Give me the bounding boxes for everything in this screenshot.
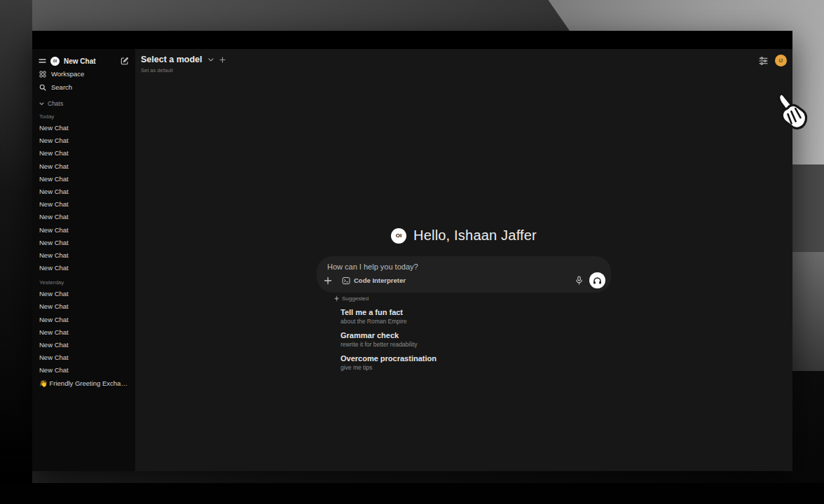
sidebar-chat-item[interactable]: New Chat [32, 211, 135, 223]
code-interpreter-toggle[interactable]: Code Interpreter [342, 276, 406, 285]
sidebar-chat-item[interactable]: New Chat [32, 351, 135, 364]
sidebar-chat-item[interactable]: New Chat [32, 134, 135, 147]
search-icon [39, 84, 46, 91]
sparkle-icon [334, 295, 339, 302]
set-as-default-button[interactable]: Set as default [141, 67, 173, 74]
sidebar-item-search[interactable]: Search [32, 80, 135, 94]
greeting: OI Hello, Ishaan Jaffer [135, 227, 792, 244]
controls-sliders-icon[interactable] [759, 57, 768, 65]
prompt-subtitle: give me tips [341, 364, 611, 371]
prompt-title: Tell me a fun fact [341, 308, 611, 316]
message-input[interactable]: How can I help you today? [327, 262, 600, 271]
sidebar-header-title: New Chat [64, 57, 116, 65]
sidebar-chat-item[interactable]: New Chat [32, 249, 135, 262]
model-selector-label: Select a model [141, 55, 202, 64]
sidebar-chat-item[interactable]: New Chat [32, 173, 135, 186]
suggested-prompt[interactable]: Grammar check rewrite it for better read… [341, 331, 611, 348]
sidebar-item-workspace[interactable]: Workspace [32, 67, 135, 80]
chats-section-toggle[interactable]: Chats [32, 99, 135, 108]
prompt-subtitle: about the Roman Empire [341, 318, 611, 325]
sidebar-chat-item[interactable]: New Chat [32, 224, 135, 237]
chats-section-label: Chats [48, 100, 63, 107]
add-model-icon[interactable] [219, 57, 226, 63]
sidebar-chat-item[interactable]: New Chat [32, 262, 135, 274]
sidebar-item-label: Search [51, 83, 72, 91]
chevron-down-icon [39, 102, 44, 106]
sidebar-chat-item[interactable]: New Chat [32, 122, 135, 134]
window-topbar [32, 31, 792, 49]
prompt-subtitle: rewrite it for better readability [341, 341, 611, 348]
sidebar-chat-item[interactable]: 👋 Friendly Greeting Exchange [32, 377, 135, 390]
suggested-prompt[interactable]: Tell me a fun fact about the Roman Empir… [341, 308, 611, 325]
workspace-grid-icon [39, 71, 46, 78]
chevron-down-icon [208, 58, 214, 62]
sidebar-chat-item[interactable]: New Chat [32, 147, 135, 160]
app-window: OI New Chat Workspace Searc [32, 31, 792, 471]
suggested-prompt[interactable]: Overcome procrastination give me tips [341, 354, 611, 371]
app-logo: OI [391, 228, 406, 244]
wallpaper-facet [0, 0, 32, 484]
sidebar-item-label: Workspace [51, 70, 84, 78]
main-area: Select a model Set as default IJ [135, 49, 792, 471]
new-chat-icon[interactable] [121, 57, 129, 65]
voice-call-button[interactable] [589, 272, 605, 288]
sidebar: OI New Chat Workspace Searc [32, 49, 135, 471]
headphones-icon [593, 276, 602, 285]
suggested-label: Suggested [342, 295, 369, 302]
chat-date-label: Today [32, 112, 135, 122]
sidebar-chat-item[interactable]: New Chat [32, 314, 135, 326]
sidebar-chat-item[interactable]: New Chat [32, 160, 135, 173]
prompt-title: Grammar check [341, 331, 611, 340]
wallpaper-facet [788, 252, 824, 371]
prompt-title: Overcome procrastination [341, 354, 611, 363]
code-interpreter-icon [342, 276, 350, 285]
sidebar-toggle-icon[interactable] [39, 58, 46, 64]
sidebar-chat-item[interactable]: New Chat [32, 364, 135, 377]
sidebar-chat-item[interactable]: New Chat [32, 237, 135, 249]
message-composer[interactable]: How can I help you today? Code Interpret… [317, 256, 611, 293]
sidebar-chat-item[interactable]: New Chat [32, 288, 135, 300]
chat-date-label: Yesterday [32, 278, 135, 288]
chat-sections: TodayNew ChatNew ChatNew ChatNew ChatNew… [32, 112, 135, 390]
app-logo: OI [50, 57, 60, 66]
user-avatar[interactable]: IJ [775, 55, 787, 66]
sidebar-chat-item[interactable]: New Chat [32, 186, 135, 198]
code-interpreter-label: Code Interpreter [354, 276, 406, 284]
sidebar-chat-item[interactable]: New Chat [32, 326, 135, 339]
sidebar-chat-item[interactable]: New Chat [32, 339, 135, 351]
sidebar-chat-item[interactable]: New Chat [32, 198, 135, 211]
sidebar-chat-item[interactable]: New Chat [32, 300, 135, 313]
suggested-prompts: Suggested Tell me a fun fact about the R… [317, 295, 611, 377]
desktop: OI New Chat Workspace Searc [0, 0, 824, 504]
wallpaper-facet [0, 483, 824, 504]
model-selector[interactable]: Select a model [141, 55, 226, 64]
microphone-icon[interactable] [575, 276, 583, 285]
greeting-text: Hello, Ishaan Jaffer [413, 227, 537, 244]
attach-plus-icon[interactable] [324, 276, 332, 285]
